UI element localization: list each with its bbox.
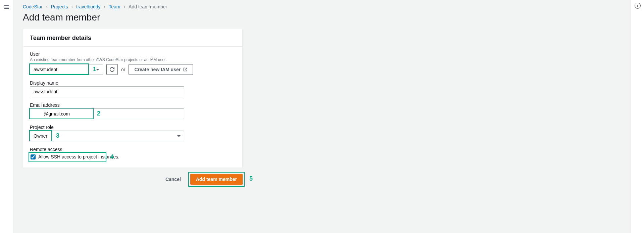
- caret-down-icon: [177, 135, 181, 137]
- panel-title: Team member details: [30, 35, 236, 42]
- breadcrumb: CodeStar › Projects › travelbuddy › Team…: [23, 4, 621, 9]
- ssh-checkbox[interactable]: [31, 154, 36, 159]
- cancel-button[interactable]: Cancel: [160, 174, 186, 185]
- breadcrumb-codestar[interactable]: CodeStar: [23, 4, 43, 9]
- user-select-value: awsstudent: [34, 67, 57, 72]
- chevron-right-icon: ›: [46, 4, 48, 9]
- user-select[interactable]: awsstudent: [30, 64, 103, 75]
- display-name-label: Display name: [30, 80, 236, 86]
- remote-access-field: Remote access Allow SSH access to projec…: [30, 147, 236, 161]
- breadcrumb-team[interactable]: Team: [109, 4, 120, 9]
- email-input[interactable]: [44, 111, 181, 116]
- caret-down-icon: [96, 69, 99, 71]
- team-member-panel: Team member details User An existing tea…: [23, 29, 243, 168]
- annotation-4: 4: [110, 153, 114, 160]
- user-hint: An existing team member from other AWS C…: [30, 57, 236, 62]
- display-name-field: Display name: [30, 80, 236, 97]
- email-field: Email address 2: [30, 102, 236, 119]
- actions-row: Cancel Add team member 5: [23, 174, 243, 185]
- annotation-5: 5: [249, 175, 253, 182]
- ssh-checkbox-label: Allow SSH access to project instances.: [38, 154, 119, 159]
- breadcrumb-travelbuddy[interactable]: travelbuddy: [76, 4, 100, 9]
- role-select[interactable]: Owner: [30, 131, 184, 141]
- add-team-member-button[interactable]: Add team member: [190, 174, 243, 185]
- user-label: User: [30, 51, 236, 57]
- role-field: Project role Owner 3: [30, 125, 236, 141]
- create-iam-user-button[interactable]: Create new IAM user: [129, 64, 193, 75]
- chevron-right-icon: ›: [104, 4, 105, 9]
- display-name-input[interactable]: [34, 89, 181, 94]
- annotation-3: 3: [56, 132, 59, 139]
- chevron-right-icon: ›: [123, 4, 125, 9]
- or-text: or: [121, 67, 125, 72]
- breadcrumb-current: Add team member: [129, 4, 167, 9]
- refresh-icon: [110, 67, 114, 72]
- breadcrumb-projects[interactable]: Projects: [51, 4, 68, 9]
- refresh-button[interactable]: [106, 64, 118, 75]
- ssh-checkbox-row[interactable]: Allow SSH access to project instances.: [30, 153, 121, 161]
- panel-body: User An existing team member from other …: [23, 47, 242, 168]
- role-label: Project role: [30, 125, 236, 130]
- main-content: CodeStar › Projects › travelbuddy › Team…: [13, 0, 631, 233]
- menu-toggle-icon[interactable]: [2, 3, 11, 11]
- page-title: Add team member: [23, 12, 621, 23]
- annotation-1: 1: [93, 66, 96, 73]
- email-input-wrap: [30, 108, 184, 119]
- info-icon[interactable]: i: [635, 3, 641, 9]
- right-rail: i: [631, 0, 644, 233]
- role-select-value: Owner: [34, 133, 47, 139]
- create-iam-user-label: Create new IAM user: [134, 67, 181, 72]
- email-label: Email address: [30, 102, 236, 108]
- remote-access-label: Remote access: [30, 147, 236, 152]
- display-name-input-wrap: [30, 86, 184, 97]
- external-link-icon: [183, 67, 187, 72]
- left-rail: [0, 0, 13, 233]
- annotation-2: 2: [97, 110, 100, 117]
- user-field: User An existing team member from other …: [30, 51, 236, 75]
- chevron-right-icon: ›: [71, 4, 73, 9]
- panel-header: Team member details: [23, 29, 242, 47]
